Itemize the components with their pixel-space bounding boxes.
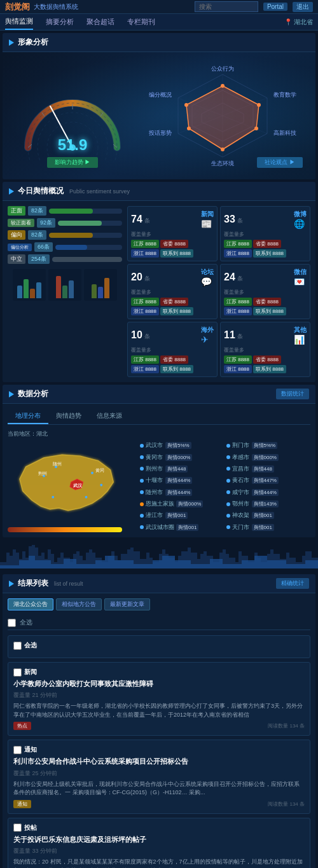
stat-button[interactable]: 精确统计 [276, 578, 309, 589]
forum-opinion-button[interactable]: 社论观点 ▶ [257, 157, 303, 168]
news-grid: 74 条 新闻 📰 覆盖量多 江苏 8888 省委 8888 [127, 206, 310, 377]
news-type-area-weibo: 微博 🌐 [294, 210, 307, 229]
news-type-area-forum: 论坛 💬 [201, 268, 214, 287]
result-views-3: 阅读数量 134 条 [268, 801, 305, 808]
today-body: 正面 82条 较正面看 92条 偏向 82条 [3, 201, 315, 382]
data-triangle [9, 391, 14, 397]
city-dot-yichang [226, 467, 230, 471]
gauge-area: 51.9 影响力趋势 ▶ [9, 59, 136, 173]
mini-chart-2 [48, 269, 81, 301]
city-dot-shiyan [140, 479, 144, 483]
result-footer-2: 热点 阅读数量 134 条 [13, 722, 305, 730]
profile-button[interactable]: Portal [263, 3, 287, 11]
news-unit-11: 条 [237, 333, 243, 340]
city-dot-enshi [140, 502, 144, 506]
data-stat-button[interactable]: 数据统计 [276, 389, 309, 399]
svg-text:编分概况: 编分概况 [149, 92, 172, 98]
svg-point-34 [52, 496, 54, 499]
result-checkbox-2[interactable] [13, 668, 22, 677]
bar-5 [56, 276, 61, 298]
wechat-icon: 💌 [294, 277, 307, 287]
header: 刻觉阁 大数据舆情系统 Portal 退出 [0, 0, 318, 14]
select-all-checkbox[interactable] [8, 619, 16, 627]
result-category-3: 通知 [24, 745, 37, 754]
news-unit-10: 条 [144, 333, 150, 340]
city-count-huanggang: 舆情000% [165, 454, 192, 461]
sent-count-analysis: 66条 [34, 242, 53, 252]
gauge-value: 51.9 [58, 136, 88, 154]
mini-chart-1 [13, 269, 46, 301]
filter-btn-similar[interactable]: 相似地方公告 [56, 598, 102, 610]
nav-item-analysis[interactable]: 摘要分析 [46, 15, 74, 29]
result-meta-3: 覆盖量 25 分钟前 [13, 769, 305, 778]
news-card-header-forum: 20 条 论坛 💬 [131, 268, 214, 287]
today-triangle [9, 188, 14, 195]
bar-7 [69, 280, 74, 298]
bar-10 [104, 278, 109, 298]
result-type-1: 会选 [13, 641, 305, 650]
city-dot-huangshi [226, 479, 230, 483]
forum-count-area: 20 条 [131, 272, 150, 283]
filter-btn-latest[interactable]: 最新更新文章 [104, 598, 150, 610]
city-count-tianmen: 舆情001 [252, 524, 274, 531]
logout-button[interactable]: 退出 [293, 2, 313, 12]
city-count-xiaogan: 舆情000% [252, 454, 279, 461]
city-dot-wuhan [140, 444, 144, 448]
bar-1 [17, 286, 22, 298]
result-item-2: 新闻 小学教师办公室内殴打女同事致其应激性障碍 覆盖量 21 分钟前 同仁省教育… [8, 662, 310, 736]
city-name-yichang: 宜昌市 [232, 465, 250, 473]
mini-charts [8, 266, 122, 306]
skyline-svg [0, 540, 318, 572]
form-analysis-inner: 51.9 影响力趋势 ▶ [3, 52, 315, 179]
news-count-area: 74 条 [131, 214, 150, 225]
others-icon: 📊 [294, 334, 307, 345]
weibo-sub: 覆盖量多 [224, 231, 307, 238]
city-name-jingzhou: 荆州市 [146, 465, 163, 473]
logo: 刻觉阁 [5, 1, 30, 13]
nav-item-aggregate[interactable]: 聚合超话 [86, 15, 114, 29]
gauge-trend-button[interactable]: 影响力趋势 ▶ [47, 157, 99, 168]
weibo-tag-4: 联系到 8888 [253, 249, 286, 258]
sent-count-positive: 82条 [28, 206, 46, 216]
today-grid: 正面 82条 较正面看 92条 偏向 82条 [8, 206, 310, 377]
result-checkbox-1[interactable] [13, 642, 22, 650]
map-area: 荆州 随州 武汉 黄冈 [8, 441, 135, 532]
city-ezhou: 鄂州市 舆情143% [226, 499, 311, 509]
city-count-shennongjia: 舆情001 [252, 512, 274, 519]
svg-text:公众行为: 公众行为 [211, 65, 234, 72]
news-tag-1: 江苏 8888 [131, 240, 159, 248]
sent-bar-fill-analysis [55, 245, 87, 250]
news-type-area-wechat: 微信 💌 [294, 268, 307, 287]
tab-geo[interactable]: 地理分布 [8, 409, 48, 424]
results-title: 结果列表 [18, 579, 48, 588]
overseas-type-label: 海外 [201, 326, 214, 334]
news-card-header-others: 11 条 其他 📊 [224, 326, 307, 345]
weibo-type-label: 微博 [294, 210, 307, 219]
city-dot-tianmen [226, 525, 230, 529]
result-type-2: 新闻 [13, 668, 305, 677]
news-count-10: 10 [131, 329, 142, 340]
city-name-wuhan: 武汉市 [146, 441, 163, 450]
city-dot-huanggang [140, 455, 144, 459]
result-text-4: 我的情况：20 村民，只是某领域某某某不有限度两家有2个地方，7亿上用的投情帖等… [13, 858, 305, 868]
sent-row-positive: 正面 82条 [8, 206, 122, 216]
tab-source[interactable]: 信息来源 [89, 409, 130, 424]
system-name: 大数据舆情系统 [34, 3, 78, 11]
nav-item-surveillance[interactable]: 舆情监测 [5, 14, 33, 30]
bar-6 [62, 286, 67, 298]
tab-trend[interactable]: 舆情趋势 [48, 409, 89, 424]
sent-row-analysis: 偏位分析 66条 [8, 242, 122, 252]
city-xianning: 咸宁市 舆情444% [226, 488, 311, 497]
sent-count-biased: 82条 [28, 230, 46, 240]
result-checkbox-3[interactable] [13, 746, 22, 754]
city-count-ezhou: 舆情143% [252, 500, 279, 507]
search-input[interactable] [195, 1, 258, 12]
overseas-tag-2: 省委 8888 [160, 355, 188, 364]
nav-item-journal[interactable]: 专栏期刊 [127, 15, 155, 29]
result-checkbox-4[interactable] [13, 823, 22, 832]
sent-bar-bg-positive [49, 209, 122, 214]
city-suizhou: 随州市 舆情444% [140, 488, 225, 497]
city-name-jingmen: 荆门市 [232, 441, 250, 450]
filter-btn-hubei[interactable]: 湖北公众公告 [8, 598, 53, 610]
city-count-jingzhou: 舆情448 [165, 465, 188, 472]
